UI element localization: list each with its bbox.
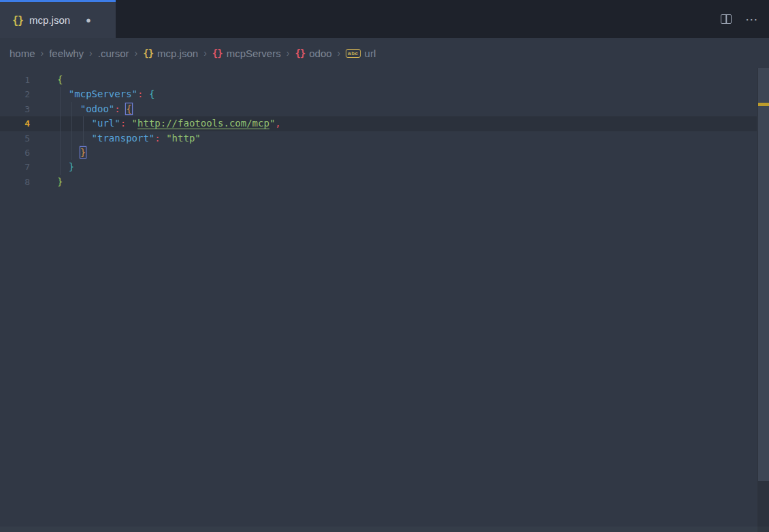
line-number-6[interactable]: 6	[0, 146, 30, 160]
breadcrumb-separator-icon: ›	[89, 48, 93, 59]
breadcrumb-separator-icon: ›	[338, 48, 341, 59]
code-token	[57, 88, 69, 99]
code-token	[161, 133, 166, 144]
string-symbol-icon: abc	[346, 49, 360, 58]
code-line-7[interactable]: }	[57, 160, 281, 174]
breadcrumb-item-mcpServers[interactable]: {}mcpServers	[212, 48, 281, 59]
code-token	[57, 147, 80, 158]
code-token	[57, 161, 69, 172]
json-file-icon: {}	[12, 14, 23, 27]
breadcrumb-item-feelwhy[interactable]: feelwhy	[49, 48, 84, 59]
code-line-5[interactable]: "transport": "http"	[57, 131, 281, 146]
braces-symbol-icon: {}	[212, 48, 223, 59]
breadcrumb-separator-icon: ›	[135, 48, 138, 59]
breadcrumb-label: mcpServers	[227, 48, 281, 59]
line-number-7[interactable]: 7	[0, 160, 30, 174]
breadcrumb-label: .cursor	[98, 48, 129, 59]
modified-dot-icon[interactable]: ●	[86, 16, 91, 24]
code-token: "http"	[166, 133, 201, 144]
more-actions-icon[interactable]: ⋯	[745, 13, 758, 26]
code-line-1[interactable]: {	[57, 73, 281, 87]
code-token	[57, 103, 80, 114]
code-token: :	[114, 103, 120, 114]
code-content: { "mcpServers": { "odoo": { "url": "http…	[57, 73, 281, 189]
breadcrumb-item-cursor[interactable]: .cursor	[98, 48, 129, 59]
breadcrumb-item-mcp-json[interactable]: {}mcp.json	[143, 48, 198, 59]
split-editor-icon[interactable]	[721, 14, 732, 24]
line-number-gutter: 12345678	[0, 73, 30, 189]
code-token: ,	[275, 118, 280, 129]
code-token: {	[149, 88, 154, 99]
code-line-8[interactable]: }	[57, 175, 281, 189]
tab-mcp-json[interactable]: {} mcp.json ●	[0, 0, 116, 38]
code-token	[57, 118, 92, 129]
code-token	[57, 133, 92, 144]
code-editor[interactable]: 12345678 { "mcpServers": { "odoo": { "ur…	[0, 68, 769, 532]
code-token: http://faotools.com/mcp	[137, 118, 269, 129]
code-token	[143, 88, 148, 99]
code-token: }	[69, 161, 74, 172]
braces-symbol-icon: {}	[295, 48, 305, 59]
breadcrumb-label: odoo	[309, 48, 331, 59]
overview-ruler-marker	[758, 103, 769, 106]
breadcrumb-item-url[interactable]: abcurl	[346, 48, 376, 59]
code-line-6[interactable]: }	[57, 146, 281, 160]
breadcrumb-label: feelwhy	[49, 48, 84, 59]
code-line-3[interactable]: "odoo": {	[57, 102, 281, 116]
scrollbar-track[interactable]	[757, 68, 769, 532]
bottom-edge	[0, 527, 769, 532]
breadcrumb-separator-icon: ›	[203, 48, 207, 59]
code-line-2[interactable]: "mcpServers": {	[57, 87, 281, 101]
breadcrumb-item-home[interactable]: home	[10, 48, 35, 59]
line-number-8[interactable]: 8	[0, 175, 30, 189]
line-number-5[interactable]: 5	[0, 131, 30, 146]
line-number-1[interactable]: 1	[0, 73, 30, 87]
editor-window: {} mcp.json ● ⋯ home›feelwhy›.cursor›{}m…	[0, 0, 769, 532]
code-token: :	[120, 118, 126, 129]
breadcrumb-separator-icon: ›	[287, 48, 290, 59]
code-token: {	[57, 74, 63, 85]
code-token: :	[154, 133, 160, 144]
code-token: {	[126, 103, 131, 114]
braces-symbol-icon: {}	[143, 48, 153, 59]
code-token: }	[80, 147, 86, 158]
breadcrumb-label: url	[365, 48, 376, 59]
line-number-3[interactable]: 3	[0, 102, 30, 116]
code-token: "odoo"	[80, 103, 115, 114]
code-token: "url"	[92, 118, 120, 129]
tab-bar: {} mcp.json ● ⋯	[0, 0, 769, 38]
code-token: "transport"	[92, 133, 155, 144]
breadcrumb-label: mcp.json	[157, 48, 198, 59]
breadcrumb-item-odoo[interactable]: {}odoo	[295, 48, 331, 59]
line-number-4[interactable]: 4	[0, 116, 30, 131]
code-token: }	[57, 176, 63, 187]
tab-label: mcp.json	[29, 14, 70, 26]
code-line-4[interactable]: "url": "http://faotools.com/mcp",	[57, 116, 281, 131]
scrollbar-thumb[interactable]	[758, 68, 769, 481]
editor-actions: ⋯	[721, 0, 758, 38]
breadcrumb: home›feelwhy›.cursor›{}mcp.json›{}mcpSer…	[0, 38, 769, 68]
code-token: "mcpServers"	[69, 88, 137, 99]
code-token	[126, 118, 131, 129]
breadcrumb-separator-icon: ›	[41, 48, 44, 59]
code-token: "	[132, 118, 137, 129]
breadcrumb-label: home	[10, 48, 35, 59]
code-token	[120, 103, 126, 114]
line-number-2[interactable]: 2	[0, 87, 30, 101]
